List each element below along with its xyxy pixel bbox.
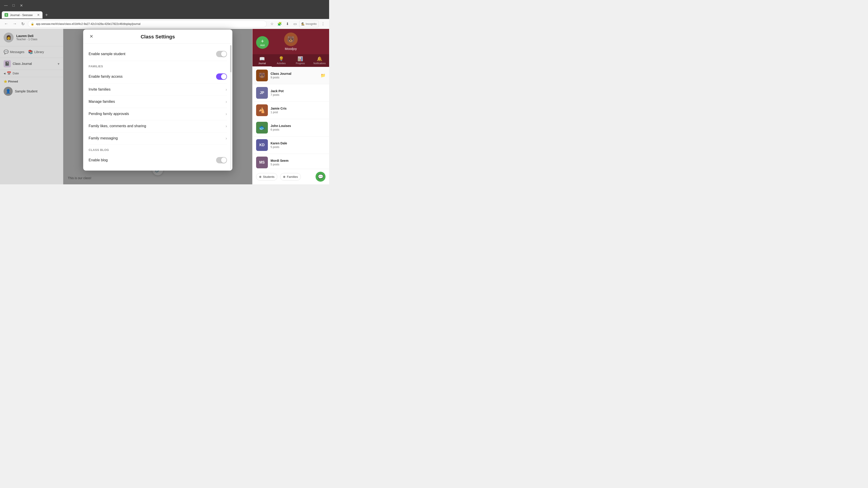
tab-close-icon[interactable]: ✕ <box>37 13 40 17</box>
families-plus-icon: ⊕ <box>283 175 285 178</box>
app-layout: 👩 Lauren Deli Teacher - 1 Class 💬 Messag… <box>0 29 329 184</box>
modal-header: ✕ Class Settings <box>83 29 232 43</box>
invite-families-chevron: › <box>225 87 227 92</box>
bottom-actions: ⊕ Students ⊕ Families 💬 <box>252 169 329 184</box>
new-tab-button[interactable]: + <box>43 12 50 18</box>
notifications-icon: 🔔 <box>317 56 322 61</box>
scrollbar-track <box>230 45 231 170</box>
jp-thumbnail: JP <box>256 87 268 99</box>
modal-close-button[interactable]: ✕ <box>88 33 95 40</box>
class-icon: 📓 <box>4 60 11 67</box>
manage-families-row[interactable]: Manage families › <box>89 96 227 108</box>
sample-student-item[interactable]: 👤 Sample Student <box>4 85 59 98</box>
class-journal-posts: 9 posts <box>271 76 318 79</box>
activities-nav-item[interactable]: 💡 Activities <box>272 54 291 67</box>
scrollbar-thumb[interactable] <box>230 45 231 72</box>
library-nav-item[interactable]: 📚 Library <box>28 48 44 56</box>
incognito-badge: 🕵 Incognito <box>299 21 319 27</box>
teacher-name: Lauren Deli <box>16 34 37 38</box>
pinned-section: ⭐ Pinned 👤 Sample Student <box>0 77 63 100</box>
enable-family-access-label: Enable family access <box>89 74 123 78</box>
class-journal-name: Class Journal <box>271 72 318 75</box>
add-students-button[interactable]: ⊕ Students <box>256 173 277 181</box>
forward-button[interactable]: → <box>11 21 18 27</box>
family-messaging-row[interactable]: Family messaging › <box>89 132 227 144</box>
screenshot-icon[interactable]: ▭ <box>291 21 298 27</box>
enable-sample-student-toggle[interactable] <box>216 51 227 57</box>
teacher-header: 👩 Lauren Deli Teacher - 1 Class <box>0 29 63 46</box>
enable-blog-row[interactable]: Enable blog <box>89 153 227 167</box>
teacher-role: Teacher - 1 Class <box>16 38 37 41</box>
right-header: + Add 🐻 Moodjoy 📖 Journal 💡 Activities <box>252 29 329 67</box>
enable-blog-toggle[interactable] <box>216 157 227 163</box>
toolbar-icons: ☆ 🧩 ⬇ ▭ 🕵 Incognito ⋮ <box>269 21 327 27</box>
menu-icon[interactable]: ⋮ <box>320 21 327 27</box>
class-journal-entry[interactable]: 🐻 Class Journal 9 posts 📁 <box>252 67 329 84</box>
active-tab[interactable]: S Journal - Seesaw ✕ <box>2 11 42 19</box>
jp-posts: 7 posts <box>271 93 326 96</box>
manage-families-chevron: › <box>225 99 227 104</box>
messages-nav-item[interactable]: 💬 Messages <box>4 48 24 56</box>
notifications-label: Notifications <box>313 62 326 65</box>
kd-thumbnail: KD <box>256 139 268 151</box>
close-button[interactable]: ✕ <box>18 2 24 8</box>
class-selector[interactable]: 📓 Class Journal ▾ <box>0 58 63 70</box>
family-likes-row[interactable]: Family likes, comments and sharing › <box>89 120 227 132</box>
enable-family-access-row[interactable]: Enable family access <box>89 70 227 84</box>
journal-nav-item[interactable]: 📖 Journal <box>252 54 272 67</box>
extensions-icon[interactable]: 🧩 <box>276 21 283 27</box>
progress-nav-item[interactable]: 📊 Progress <box>291 54 310 67</box>
student-journal-entry-ms[interactable]: MS Mordi Seem 5 posts <box>252 154 329 169</box>
lock-icon: 🔒 <box>31 22 34 26</box>
chevron-down-icon: ▾ <box>58 62 59 66</box>
dates-label: Date <box>13 72 19 75</box>
minimize-button[interactable]: — <box>3 2 9 8</box>
app-nav: 💬 Messages 📚 Library <box>0 46 63 58</box>
left-sidebar: 👩 Lauren Deli Teacher - 1 Class 💬 Messag… <box>0 29 63 184</box>
ms-thumbnail: MS <box>256 157 268 168</box>
browser-controls: — □ ✕ <box>3 2 24 8</box>
messages-label: Messages <box>10 50 24 54</box>
ms-posts: 5 posts <box>271 163 326 166</box>
journal-icon: 📖 <box>259 56 265 61</box>
notifications-nav-item[interactable]: 🔔 Notifications <box>310 54 329 67</box>
family-messaging-label: Family messaging <box>89 136 118 140</box>
pending-family-approvals-row[interactable]: Pending family approvals › <box>89 108 227 120</box>
sample-student-name: Sample Student <box>15 90 37 93</box>
student-journal-entry-jp[interactable]: JP Jack Pot 7 posts <box>252 84 329 102</box>
jc-name: Jamie Cris <box>271 107 326 110</box>
back-button[interactable]: ← <box>3 21 9 27</box>
jp-info: Jack Pot 7 posts <box>271 89 326 96</box>
moodjoy-name: Moodjoy <box>285 47 297 51</box>
bookmark-icon[interactable]: ☆ <box>269 21 275 27</box>
student-journal-entry-kd[interactable]: KD Karen Dale 5 posts <box>252 136 329 154</box>
class-journal-action-icon[interactable]: 📁 <box>320 73 326 78</box>
right-nav: 📖 Journal 💡 Activities 📊 Progress 🔔 Noti… <box>252 54 329 67</box>
enable-sample-student-row[interactable]: Enable sample student <box>89 47 227 61</box>
main-content: 🔗 This is our class! ✕ Class Settings En… <box>63 29 252 184</box>
chat-button[interactable]: 💬 <box>315 172 326 182</box>
library-icon: 📚 <box>28 50 33 55</box>
modal-body: Enable sample student FAMILIES Enable fa… <box>83 43 232 170</box>
jl-info: John Louises 6 posts <box>271 124 326 131</box>
refresh-button[interactable]: ↻ <box>20 21 26 27</box>
address-bar[interactable]: 🔒 app.seesaw.me/#/class/class.e01bf4c2-9… <box>28 21 267 27</box>
enable-family-access-toggle[interactable] <box>216 73 227 80</box>
student-journal-entry-jc[interactable]: 🐴 Jamie Cris 1 post <box>252 102 329 119</box>
add-button[interactable]: + Add <box>256 36 269 49</box>
chevron-left-icon[interactable]: ◂ <box>4 71 5 75</box>
teacher-info: Lauren Deli Teacher - 1 Class <box>16 34 37 41</box>
messages-icon: 💬 <box>4 50 8 55</box>
student-journal-entry-jl[interactable]: 🐟 John Louises 6 posts <box>252 119 329 136</box>
family-likes-chevron: › <box>225 124 227 129</box>
maximize-button[interactable]: □ <box>10 2 17 8</box>
pending-family-approvals-chevron: › <box>225 111 227 116</box>
add-families-label: Families <box>287 175 298 178</box>
families-section-header: FAMILIES <box>89 61 227 70</box>
family-likes-label: Family likes, comments and sharing <box>89 124 146 128</box>
add-families-button[interactable]: ⊕ Families <box>280 173 301 181</box>
tab-bar: S Journal - Seesaw ✕ + <box>0 11 329 19</box>
modal-overlay[interactable]: ✕ Class Settings Enable sample student F… <box>63 29 252 184</box>
invite-families-row[interactable]: Invite families › <box>89 84 227 96</box>
download-icon[interactable]: ⬇ <box>284 21 291 27</box>
